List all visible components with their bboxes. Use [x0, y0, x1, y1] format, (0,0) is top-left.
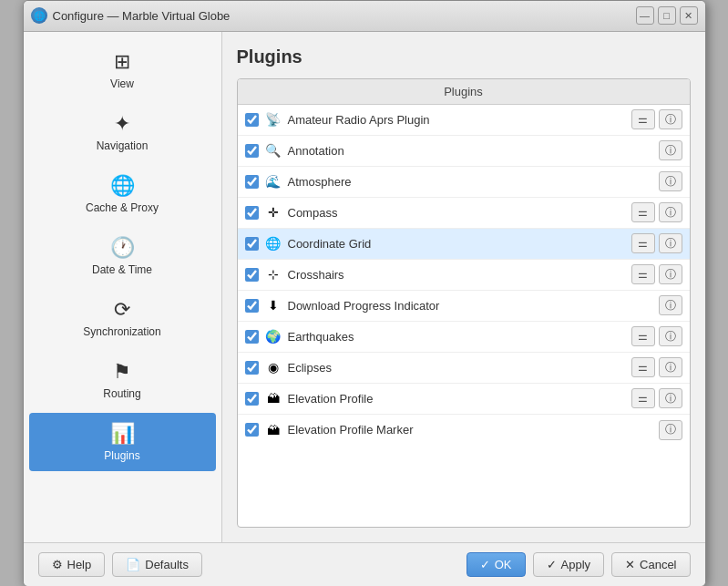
plugin-info-button-10[interactable]: ⓘ — [659, 388, 682, 408]
titlebar-left: 🌐 Configure — Marble Virtual Globe — [31, 7, 231, 24]
plugins-panel: Plugins 📡Amateur Radio Aprs Plugin⚌ⓘ🔍Ann… — [237, 78, 691, 528]
plugin-settings-button-9[interactable]: ⚌ — [631, 357, 655, 377]
plugin-name-5: Coordinate Grid — [288, 237, 628, 251]
plugin-info-button-3[interactable]: ⓘ — [659, 171, 682, 191]
plugin-icon-7: ⬇ — [264, 296, 282, 314]
plugin-checkbox-8[interactable] — [245, 330, 259, 344]
ok-button[interactable]: ✓ OK — [467, 552, 526, 577]
plugin-row-8: 🌍Earthquakes⚌ⓘ — [238, 322, 690, 353]
apply-icon: ✓ — [547, 558, 557, 571]
sidebar-item-label: Date & Time — [92, 263, 152, 276]
view-icon: ⊞ — [114, 50, 130, 74]
apply-label: Apply — [561, 558, 591, 571]
plugin-info-button-2[interactable]: ⓘ — [659, 140, 682, 160]
sidebar-item-navigation[interactable]: ✦Navigation — [29, 103, 216, 161]
plugin-icon-10: 🏔 — [264, 389, 282, 407]
plugin-info-button-4[interactable]: ⓘ — [659, 202, 682, 222]
plugin-icon-1: 📡 — [264, 110, 282, 129]
plugin-row-4: ✛Compass⚌ⓘ — [238, 198, 690, 229]
plugin-settings-button-4[interactable]: ⚌ — [631, 202, 655, 222]
plugin-icon-5: 🌐 — [264, 234, 282, 252]
titlebar: 🌐 Configure — Marble Virtual Globe — □ ✕ — [24, 1, 705, 32]
plugin-checkbox-7[interactable] — [245, 299, 259, 313]
sidebar-item-label: View — [110, 77, 134, 90]
footer-left-buttons: ⚙ Help 📄 Defaults — [38, 552, 202, 577]
content-area: ⊞View✦Navigation🌐Cache & Proxy🕐Date & Ti… — [24, 32, 705, 542]
sidebar: ⊞View✦Navigation🌐Cache & Proxy🕐Date & Ti… — [24, 32, 222, 542]
plugins-icon: 📊 — [110, 422, 135, 446]
ok-label: OK — [495, 558, 512, 571]
plugin-checkbox-1[interactable] — [245, 113, 259, 127]
plugin-settings-button-6[interactable]: ⚌ — [631, 264, 655, 284]
plugin-checkbox-2[interactable] — [245, 144, 259, 158]
sidebar-item-routing[interactable]: ⚑Routing — [29, 351, 216, 409]
close-button[interactable]: ✕ — [680, 6, 698, 25]
sidebar-item-label: Synchronization — [83, 325, 160, 338]
help-button[interactable]: ⚙ Help — [38, 552, 106, 577]
plugin-name-11: Elevation Profile Marker — [288, 423, 655, 437]
sidebar-item-synchronization[interactable]: ⟳Synchronization — [29, 289, 216, 347]
plugin-checkbox-3[interactable] — [245, 175, 259, 189]
plugin-checkbox-5[interactable] — [245, 237, 259, 251]
plugin-checkbox-9[interactable] — [245, 361, 259, 375]
plugins-list[interactable]: 📡Amateur Radio Aprs Plugin⚌ⓘ🔍Annotationⓘ… — [238, 105, 690, 527]
sidebar-item-date-time[interactable]: 🕐Date & Time — [29, 227, 216, 285]
sidebar-item-label: Navigation — [97, 139, 149, 152]
plugin-row-1: 📡Amateur Radio Aprs Plugin⚌ⓘ — [238, 105, 690, 136]
plugin-name-6: Crosshairs — [288, 268, 628, 282]
plugins-panel-header: Plugins — [238, 79, 690, 105]
cancel-label: Cancel — [640, 558, 676, 571]
plugin-info-button-5[interactable]: ⓘ — [659, 233, 682, 253]
plugin-row-10: 🏔Elevation Profile⚌ⓘ — [238, 384, 690, 415]
plugin-info-button-8[interactable]: ⓘ — [659, 326, 682, 346]
plugin-checkbox-10[interactable] — [245, 392, 259, 406]
app-icon: 🌐 — [31, 7, 47, 24]
plugin-row-5: 🌐Coordinate Grid⚌ⓘ — [238, 229, 690, 260]
plugin-name-9: Eclipses — [288, 361, 628, 375]
plugin-name-1: Amateur Radio Aprs Plugin — [288, 113, 628, 127]
plugin-checkbox-11[interactable] — [245, 423, 259, 437]
plugin-settings-button-8[interactable]: ⚌ — [631, 326, 655, 346]
plugin-checkbox-6[interactable] — [245, 268, 259, 282]
plugin-checkbox-4[interactable] — [245, 206, 259, 220]
synchronization-icon: ⟳ — [114, 298, 130, 322]
plugin-name-3: Atmosphere — [288, 175, 655, 189]
plugin-info-button-6[interactable]: ⓘ — [659, 264, 682, 284]
defaults-button[interactable]: 📄 Defaults — [112, 552, 202, 577]
date-time-icon: 🕐 — [110, 236, 135, 260]
navigation-icon: ✦ — [114, 112, 130, 136]
ok-icon: ✓ — [480, 558, 490, 571]
plugin-name-2: Annotation — [288, 144, 655, 158]
cancel-icon: ✕ — [625, 558, 635, 571]
plugin-row-11: 🏔Elevation Profile Markerⓘ — [238, 415, 690, 446]
sidebar-item-plugins[interactable]: 📊Plugins — [29, 413, 216, 471]
page-title: Plugins — [237, 46, 691, 67]
plugin-icon-2: 🔍 — [264, 141, 282, 159]
plugin-name-8: Earthquakes — [288, 330, 628, 344]
maximize-button[interactable]: □ — [658, 6, 676, 25]
sidebar-item-cache-proxy[interactable]: 🌐Cache & Proxy — [29, 165, 216, 223]
routing-icon: ⚑ — [113, 360, 131, 384]
plugin-info-button-7[interactable]: ⓘ — [659, 295, 682, 315]
plugin-info-button-11[interactable]: ⓘ — [659, 420, 682, 440]
sidebar-item-label: Routing — [103, 387, 140, 400]
apply-button[interactable]: ✓ Apply — [533, 552, 605, 577]
plugin-settings-button-1[interactable]: ⚌ — [631, 109, 655, 129]
plugin-settings-button-10[interactable]: ⚌ — [631, 388, 655, 408]
minimize-button[interactable]: — — [636, 6, 654, 25]
plugin-info-button-9[interactable]: ⓘ — [659, 357, 682, 377]
plugin-icon-3: 🌊 — [264, 172, 282, 190]
plugin-row-3: 🌊Atmosphereⓘ — [238, 167, 690, 198]
plugin-icon-6: ⊹ — [264, 265, 282, 283]
main-area: Plugins Plugins 📡Amateur Radio Aprs Plug… — [222, 32, 705, 542]
plugin-row-9: ◉Eclipses⚌ⓘ — [238, 353, 690, 384]
sidebar-item-label: Plugins — [104, 449, 139, 462]
plugin-icon-4: ✛ — [264, 203, 282, 221]
plugin-row-6: ⊹Crosshairs⚌ⓘ — [238, 260, 690, 291]
help-icon: ⚙ — [52, 558, 63, 571]
cancel-button[interactable]: ✕ Cancel — [611, 552, 690, 577]
plugin-info-button-1[interactable]: ⓘ — [659, 109, 682, 129]
main-window: 🌐 Configure — Marble Virtual Globe — □ ✕… — [23, 0, 706, 586]
sidebar-item-view[interactable]: ⊞View — [29, 41, 216, 99]
plugin-settings-button-5[interactable]: ⚌ — [631, 233, 655, 253]
